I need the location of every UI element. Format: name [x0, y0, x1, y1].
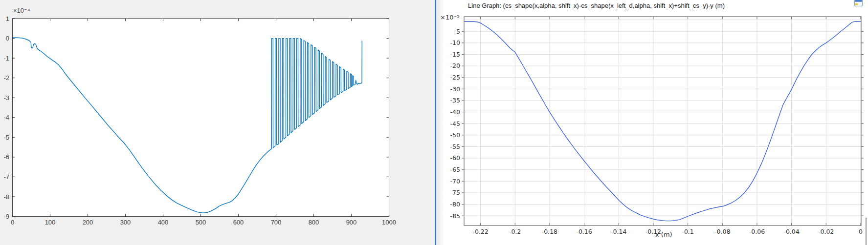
svg-text:-0.18: -0.18	[542, 228, 557, 235]
panel-edge-line	[866, 218, 867, 245]
plot-window-icon-dot	[855, 3, 858, 5]
svg-text:700: 700	[271, 219, 282, 226]
svg-text:0: 0	[6, 35, 9, 42]
svg-text:-0.02: -0.02	[818, 228, 834, 235]
svg-text:400: 400	[158, 219, 169, 226]
svg-text:900: 900	[346, 219, 357, 226]
svg-text:-0.04: -0.04	[783, 228, 799, 235]
matlab-figure-window: 0100200300400500600700800900100010-1-2-3…	[0, 0, 435, 245]
svg-text:300: 300	[120, 219, 131, 226]
svg-text:-70: -70	[450, 178, 460, 185]
svg-text:0: 0	[11, 219, 14, 226]
svg-text:-4: -4	[3, 114, 9, 121]
svg-text:-35: -35	[450, 97, 460, 104]
svg-text:600: 600	[233, 219, 244, 226]
right-y-exponent-label: ×10⁻⁵	[440, 14, 460, 21]
svg-text:800: 800	[309, 219, 319, 226]
svg-text:-60: -60	[450, 154, 460, 162]
svg-text:-0.08: -0.08	[714, 228, 730, 235]
svg-text:-15: -15	[450, 51, 460, 58]
svg-text:100: 100	[45, 219, 56, 226]
svg-text:-0.22: -0.22	[472, 228, 488, 235]
left-y-exponent-label: ×10⁻⁴	[13, 7, 30, 14]
svg-text:500: 500	[196, 219, 206, 226]
svg-text:-10: -10	[450, 39, 460, 46]
svg-text:-0.16: -0.16	[576, 228, 592, 235]
svg-text:-5: -5	[3, 134, 9, 141]
svg-text:-6: -6	[3, 153, 9, 161]
svg-text:-30: -30	[450, 85, 460, 93]
svg-text:-55: -55	[450, 143, 460, 150]
svg-text:-2: -2	[3, 74, 9, 82]
matlab-axes-plot[interactable]: 0100200300400500600700800900100010-1-2-3…	[0, 0, 435, 245]
svg-text:-25: -25	[450, 74, 460, 81]
plot-window-icon-titlebar	[855, 0, 862, 2]
svg-text:1000: 1000	[382, 219, 396, 226]
svg-text:-45: -45	[450, 120, 460, 127]
svg-text:-75: -75	[450, 189, 460, 196]
svg-text:-0.06: -0.06	[749, 228, 765, 235]
svg-text:-40: -40	[450, 108, 460, 116]
svg-text:-1: -1	[3, 55, 9, 62]
svg-text:-0.14: -0.14	[611, 228, 626, 235]
svg-text:-0.2: -0.2	[509, 228, 521, 235]
svg-text:-80: -80	[450, 201, 460, 208]
svg-text:-8: -8	[3, 193, 9, 201]
svg-text:-9: -9	[3, 213, 9, 220]
svg-text:-3: -3	[3, 94, 9, 102]
svg-text:-65: -65	[450, 166, 460, 173]
svg-text:-20: -20	[450, 62, 460, 69]
comsol-graphics-window: Line Graph: (cs_shape(x,alpha, shift_x)-…	[436, 0, 868, 245]
x-axis-label: -x (m)	[633, 231, 692, 238]
screenshot-root: { "left_figure": { "background": "#f0f0f…	[0, 0, 868, 245]
plot-window-icon[interactable]	[854, 0, 863, 6]
svg-text:-85: -85	[450, 212, 460, 220]
svg-text:200: 200	[83, 219, 93, 226]
svg-text:0: 0	[859, 228, 863, 235]
svg-text:-5: -5	[454, 28, 460, 35]
svg-text:-50: -50	[450, 131, 460, 139]
svg-text:1: 1	[6, 15, 9, 22]
comsol-line-graph-plot[interactable]: -0.22-0.2-0.18-0.16-0.14-0.12-0.1-0.08-0…	[436, 0, 868, 245]
svg-text:-7: -7	[3, 173, 9, 181]
